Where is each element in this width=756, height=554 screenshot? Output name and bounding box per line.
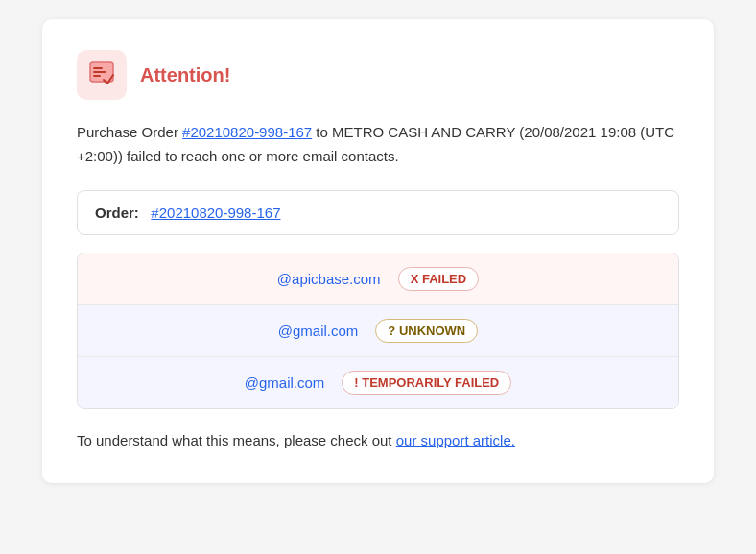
email-address-1: @apicbase.com <box>277 271 381 287</box>
attention-title: Attention! <box>140 64 230 86</box>
status-badge-2: ? UNKNOWN <box>375 319 478 343</box>
order-label: Order: <box>95 205 139 221</box>
email-address-3: @gmail.com <box>245 374 325 391</box>
card-header: Attention! <box>77 50 679 100</box>
support-article-link[interactable]: our support article. <box>396 432 515 448</box>
order-box: Order: #20210820-998-167 <box>77 190 679 235</box>
email-row-2: @gmail.com ? UNKNOWN <box>78 305 678 357</box>
email-row-3: @gmail.com ! TEMPORARILY FAILED <box>78 357 678 408</box>
order-link-main[interactable]: #20210820-998-167 <box>182 124 312 140</box>
status-badge-3: ! TEMPORARILY FAILED <box>342 371 511 395</box>
email-row-1: @apicbase.com X FAILED <box>78 253 678 305</box>
main-card: Attention! Purchase Order #20210820-998-… <box>42 19 714 483</box>
email-address-2: @gmail.com <box>278 323 359 339</box>
description-prefix: Purchase Order <box>77 124 182 140</box>
order-link-box[interactable]: #20210820-998-167 <box>151 205 280 221</box>
description-text: Purchase Order #20210820-998-167 to METR… <box>77 121 679 169</box>
footer-text: To understand what this means, please ch… <box>77 432 679 448</box>
attention-icon <box>88 60 115 90</box>
attention-icon-wrap <box>77 50 127 100</box>
footer-prefix: To understand what this means, please ch… <box>77 432 396 448</box>
email-status-table: @apicbase.com X FAILED @gmail.com ? UNKN… <box>77 253 679 409</box>
status-badge-1: X FAILED <box>398 267 480 291</box>
